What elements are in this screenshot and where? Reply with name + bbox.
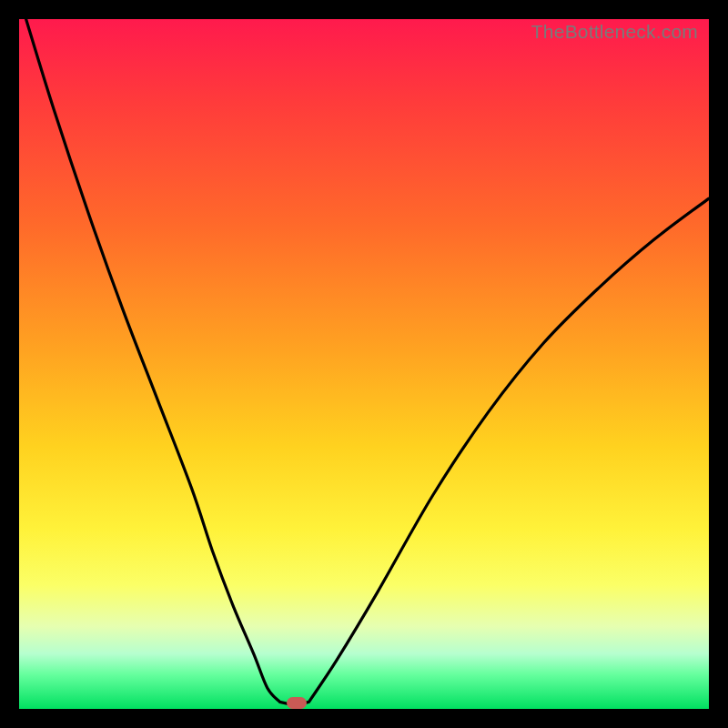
plot-area: TheBottleneck.com bbox=[19, 19, 709, 709]
optimum-marker bbox=[287, 697, 307, 709]
bottleneck-curve bbox=[19, 19, 709, 709]
outer-frame: TheBottleneck.com bbox=[0, 0, 728, 728]
curve-path bbox=[26, 19, 709, 705]
